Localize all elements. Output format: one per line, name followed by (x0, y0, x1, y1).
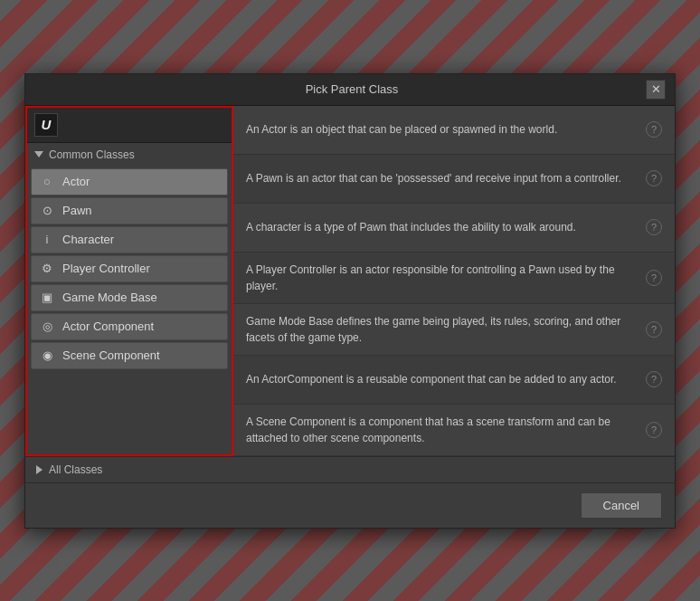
class-item-actor-component[interactable]: ◎Actor Component (31, 313, 228, 340)
help-icon[interactable]: ? (646, 121, 662, 138)
description-row-actor: An Actor is an object that can be placed… (233, 106, 675, 155)
description-row-game-mode-base: Game Mode Base defines the game being pl… (233, 304, 675, 356)
right-panel: An Actor is an object that can be placed… (233, 106, 675, 456)
description-text: An ActorComponent is a reusable componen… (246, 371, 639, 387)
help-icon[interactable]: ? (646, 219, 662, 235)
class-label: Actor (62, 175, 90, 188)
class-icon-player-controller: ⚙ (39, 261, 55, 277)
class-label: Character (62, 233, 114, 246)
class-icon-actor-component: ◎ (39, 319, 55, 335)
class-label: Actor Component (62, 320, 154, 333)
description-row-player-controller: A Player Controller is an actor responsi… (233, 253, 675, 304)
description-row-character: A character is a type of Pawn that inclu… (233, 204, 675, 253)
help-icon[interactable]: ? (646, 170, 662, 186)
class-icon-pawn: ⊙ (39, 203, 55, 219)
left-panel: U Common Classes ○Actor⊙PawniCharacter⚙P… (25, 106, 233, 456)
class-icon-character: i (39, 232, 55, 248)
class-label: Player Controller (62, 262, 150, 275)
triangle-right-icon (36, 465, 43, 474)
common-classes-header: Common Classes (27, 143, 232, 167)
title-bar: Pick Parent Class ✕ (25, 74, 675, 106)
dialog-content: U Common Classes ○Actor⊙PawniCharacter⚙P… (25, 106, 675, 456)
help-icon[interactable]: ? (646, 422, 662, 438)
class-item-scene-component[interactable]: ◉Scene Component (31, 342, 228, 369)
description-row-pawn: A Pawn is an actor that can be 'possesse… (233, 155, 675, 204)
class-item-game-mode-base[interactable]: ▣Game Mode Base (31, 284, 228, 311)
pick-parent-class-dialog: Pick Parent Class ✕ U Common Classes ○Ac… (24, 73, 676, 529)
ue-logo: U (34, 113, 58, 137)
class-icon-actor: ○ (39, 174, 55, 190)
expand-icon (34, 151, 43, 157)
description-row-scene-component: A Scene Component is a component that ha… (233, 405, 675, 456)
description-list: An Actor is an object that can be placed… (233, 106, 675, 456)
all-classes-row[interactable]: All Classes (25, 457, 675, 483)
help-icon[interactable]: ? (646, 371, 662, 387)
class-label: Scene Component (62, 348, 160, 362)
help-icon[interactable]: ? (646, 270, 662, 286)
class-icon-scene-component: ◉ (39, 348, 55, 364)
description-row-actor-component: An ActorComponent is a reusable componen… (233, 356, 675, 405)
class-item-pawn[interactable]: ⊙Pawn (31, 197, 228, 224)
class-label: Game Mode Base (62, 291, 157, 304)
class-item-actor[interactable]: ○Actor (31, 168, 228, 196)
description-text: A Player Controller is an actor responsi… (246, 262, 639, 294)
close-button[interactable]: ✕ (646, 80, 666, 100)
description-text: An Actor is an object that can be placed… (246, 121, 639, 138)
class-item-character[interactable]: iCharacter (31, 226, 228, 253)
section-label: Common Classes (49, 148, 135, 161)
description-text: A Scene Component is a component that ha… (246, 414, 639, 446)
class-item-player-controller[interactable]: ⚙Player Controller (31, 255, 228, 282)
description-text: A character is a type of Pawn that inclu… (246, 219, 639, 235)
dialog-title: Pick Parent Class (58, 82, 646, 96)
class-list: ○Actor⊙PawniCharacter⚙Player Controller▣… (27, 167, 232, 371)
cancel-button[interactable]: Cancel (581, 492, 662, 519)
bottom-area: All Classes Cancel (25, 456, 675, 528)
class-label: Pawn (62, 204, 92, 217)
all-classes-label: All Classes (49, 463, 102, 476)
description-text: A Pawn is an actor that can be 'possesse… (246, 170, 639, 186)
description-text: Game Mode Base defines the game being pl… (246, 313, 639, 346)
class-icon-game-mode-base: ▣ (39, 290, 55, 306)
footer: Cancel (25, 483, 675, 528)
help-icon[interactable]: ? (646, 321, 662, 338)
